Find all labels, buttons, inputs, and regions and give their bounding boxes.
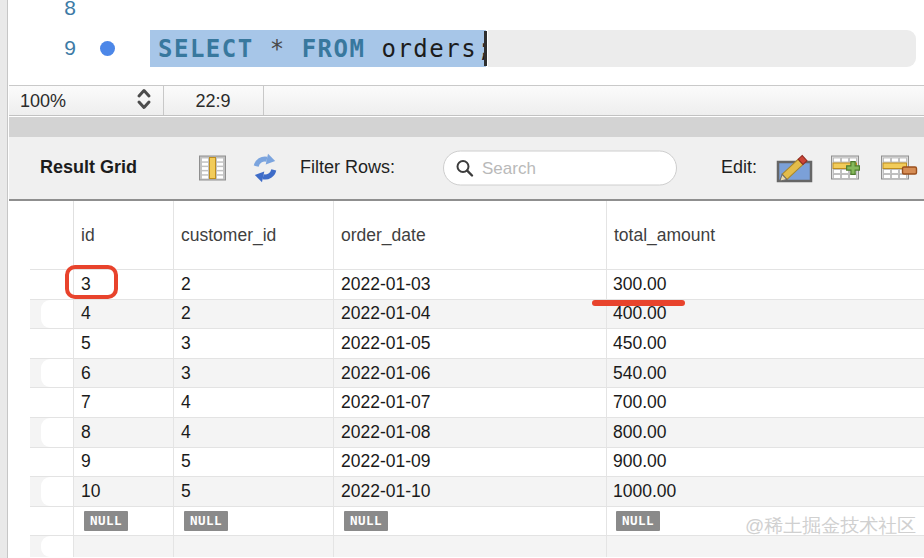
result-grid-title: Result Grid [40, 157, 137, 178]
sql-keyword: SELECT [158, 35, 254, 63]
column-header-total-amount[interactable]: total_amount [607, 201, 924, 269]
result-grid: id customer_id order_date total_amount 3… [9, 201, 924, 558]
cell-customer_id[interactable]: 4 [174, 418, 334, 447]
row-selector [30, 536, 74, 557]
null-badge: NULL [184, 511, 228, 531]
cell-customer_id[interactable]: 2 [174, 300, 334, 329]
cell-order_date[interactable]: 2022-01-06 [334, 359, 607, 388]
cell-order_date[interactable]: 2022-01-05 [334, 329, 607, 358]
column-header-id[interactable]: id [74, 201, 174, 269]
window-edge [0, 0, 8, 558]
cell-id[interactable]: 7 [74, 388, 174, 417]
cell-total_amount[interactable]: 700.00 [607, 388, 924, 417]
empty-cell [607, 536, 924, 557]
cell-customer_id[interactable]: 5 [174, 448, 334, 477]
row-selector[interactable] [30, 359, 74, 388]
grid-header-row: id customer_id order_date total_amount [30, 201, 924, 269]
cell-id[interactable]: 10 [74, 477, 174, 506]
edit-record-icon[interactable] [774, 152, 815, 184]
cell-order_date[interactable]: 2022-01-10 [334, 477, 607, 506]
cell-total_amount[interactable]: 540.00 [607, 359, 924, 388]
cell-order_date[interactable]: 2022-01-09 [334, 448, 607, 477]
gutter-header [30, 201, 74, 269]
row-selector[interactable] [30, 448, 74, 477]
current-line-highlight [488, 30, 916, 67]
result-grid-toolbar: Result Grid Filter Rows: [9, 137, 924, 201]
null-badge: NULL [84, 511, 128, 531]
cell-id[interactable]: 8 [74, 418, 174, 447]
cell-customer_id[interactable]: 3 [174, 329, 334, 358]
cell-total_amount[interactable]: 450.00 [607, 329, 924, 358]
row-selector[interactable] [30, 300, 74, 329]
cell-order_date[interactable]: 2022-01-08 [334, 418, 607, 447]
table-row: 532022-01-05450.00 [30, 328, 924, 358]
red-underline [592, 300, 685, 306]
cell-order_date[interactable]: 2022-01-07 [334, 388, 607, 417]
edit-label: Edit: [721, 157, 757, 178]
search-input[interactable] [443, 151, 677, 186]
stepper-icon[interactable] [135, 87, 153, 115]
cell-order_date[interactable]: NULL [334, 507, 607, 536]
row-selector[interactable] [30, 477, 74, 506]
refresh-icon[interactable] [249, 152, 281, 184]
cell-customer_id[interactable]: 5 [174, 477, 334, 506]
empty-cell [74, 536, 174, 557]
statement-marker-dot [100, 41, 115, 56]
search-icon [455, 159, 474, 182]
cell-order_date[interactable]: 2022-01-03 [334, 270, 607, 299]
zoom-level-select[interactable]: 100% [9, 86, 163, 115]
text-cursor [484, 31, 487, 66]
table-row: 632022-01-06540.00 [30, 358, 924, 388]
watermark: @稀土掘金技术社区 [745, 513, 916, 539]
cell-id[interactable]: 9 [74, 448, 174, 477]
line-number: 8 [16, 0, 76, 20]
cell-total_amount[interactable]: 900.00 [607, 448, 924, 477]
table-row: 322022-01-03300.00 [30, 269, 924, 299]
sql-editor[interactable]: 8 9 SELECT*FROMorders; [0, 0, 924, 85]
cell-id[interactable]: NULL [74, 507, 174, 536]
sql-selected-text[interactable]: SELECT*FROMorders; [150, 30, 486, 67]
table-row: 1052022-01-101000.00 [30, 476, 924, 506]
cell-customer_id[interactable]: 2 [174, 270, 334, 299]
cursor-position-indicator: 22:9 [163, 90, 263, 111]
cell-customer_id[interactable]: 4 [174, 388, 334, 417]
sql-keyword: FROM [302, 35, 366, 63]
null-badge: NULL [616, 511, 660, 531]
cell-total_amount[interactable]: 800.00 [607, 418, 924, 447]
search-box [443, 151, 677, 186]
cell-total_amount[interactable]: 1000.00 [607, 477, 924, 506]
filter-rows-label: Filter Rows: [300, 157, 395, 178]
editor-statusbar: 100% 22:9 [9, 85, 924, 116]
zoom-level-value: 100% [20, 90, 66, 111]
add-row-icon[interactable] [830, 153, 868, 184]
cell-order_date[interactable]: 2022-01-04 [334, 300, 607, 329]
empty-cell [174, 536, 334, 557]
red-highlight-box [65, 265, 118, 299]
cell-customer_id[interactable]: 3 [174, 359, 334, 388]
mysql-workbench-window: 8 9 SELECT*FROMorders; 100% 22:9 Result … [0, 0, 924, 558]
row-selector[interactable] [30, 388, 74, 417]
table-row: 842022-01-08800.00 [30, 417, 924, 447]
toggle-grid-columns-button[interactable] [198, 154, 227, 183]
cell-id[interactable]: 5 [74, 329, 174, 358]
row-selector[interactable] [30, 418, 74, 447]
column-header-order-date[interactable]: order_date [334, 201, 607, 269]
cell-id[interactable]: 4 [74, 300, 174, 329]
delete-row-icon[interactable] [880, 153, 918, 184]
table-row: 742022-01-07700.00 [30, 387, 924, 417]
table-row: 952022-01-09900.00 [30, 447, 924, 477]
cell-id[interactable]: 6 [74, 359, 174, 388]
sql-identifier: orders; [381, 35, 493, 63]
statusbar-divider [263, 86, 264, 115]
cell-customer_id[interactable]: NULL [174, 507, 334, 536]
null-badge: NULL [344, 511, 388, 531]
row-selector[interactable] [30, 329, 74, 358]
sql-operator: * [270, 35, 286, 63]
empty-cell [334, 536, 607, 557]
table-row: 422022-01-04400.00 [30, 299, 924, 329]
line-number: 9 [16, 36, 76, 60]
row-selector[interactable] [30, 507, 74, 536]
pane-divider[interactable] [9, 117, 924, 137]
column-header-customer-id[interactable]: customer_id [174, 201, 334, 269]
cell-total_amount[interactable]: 300.00 [607, 270, 924, 299]
